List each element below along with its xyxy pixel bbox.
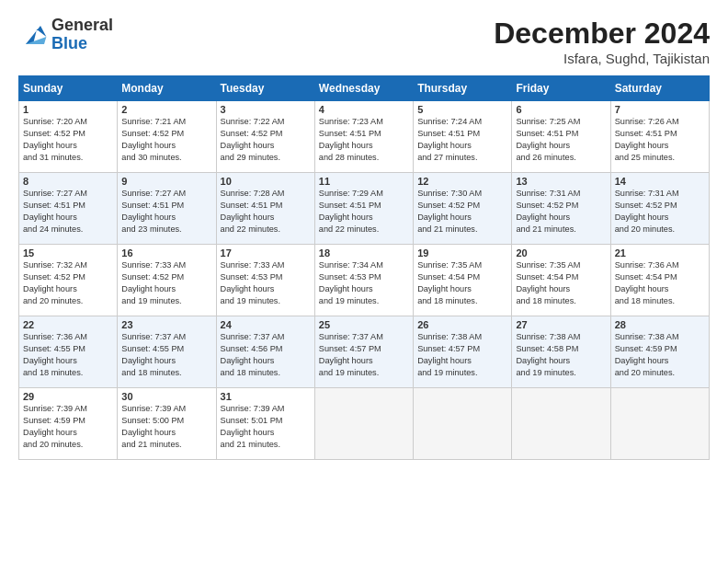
calendar-row: 8Sunrise: 7:27 AMSunset: 4:51 PMDaylight… [19, 173, 710, 245]
calendar-cell: 25Sunrise: 7:37 AMSunset: 4:57 PMDayligh… [314, 316, 413, 388]
day-info: Sunrise: 7:30 AMSunset: 4:52 PMDaylight … [417, 188, 507, 236]
day-info: Sunrise: 7:27 AMSunset: 4:51 PMDaylight … [23, 188, 113, 236]
calendar-cell: 19Sunrise: 7:35 AMSunset: 4:54 PMDayligh… [414, 245, 512, 316]
day-info: Sunrise: 7:34 AMSunset: 4:53 PMDaylight … [319, 259, 409, 307]
day-number: 9 [121, 176, 211, 187]
day-number: 28 [615, 319, 705, 330]
calendar-table: Sunday Monday Tuesday Wednesday Thursday… [18, 75, 710, 460]
day-number: 4 [319, 104, 409, 115]
day-info: Sunrise: 7:31 AMSunset: 4:52 PMDaylight … [516, 188, 606, 236]
calendar-cell: 22Sunrise: 7:36 AMSunset: 4:55 PMDayligh… [19, 316, 118, 388]
calendar-cell: 15Sunrise: 7:32 AMSunset: 4:52 PMDayligh… [19, 245, 118, 316]
day-info: Sunrise: 7:38 AMSunset: 4:59 PMDaylight … [615, 331, 705, 379]
day-info: Sunrise: 7:38 AMSunset: 4:57 PMDaylight … [417, 331, 507, 379]
day-number: 19 [417, 247, 507, 259]
day-number: 14 [615, 176, 705, 187]
day-info: Sunrise: 7:39 AMSunset: 5:01 PMDaylight … [221, 403, 311, 451]
day-number: 29 [23, 391, 113, 402]
calendar-cell: 14Sunrise: 7:31 AMSunset: 4:52 PMDayligh… [610, 173, 709, 245]
calendar-cell: 24Sunrise: 7:37 AMSunset: 4:56 PMDayligh… [216, 316, 314, 388]
calendar-cell: 31Sunrise: 7:39 AMSunset: 5:01 PMDayligh… [216, 388, 314, 460]
calendar-cell: 9Sunrise: 7:27 AMSunset: 4:51 PMDaylight… [118, 173, 216, 245]
day-number: 20 [516, 247, 606, 259]
day-info: Sunrise: 7:21 AMSunset: 4:52 PMDaylight … [121, 116, 211, 164]
day-info: Sunrise: 7:39 AMSunset: 5:00 PMDaylight … [121, 403, 211, 451]
day-info: Sunrise: 7:33 AMSunset: 4:53 PMDaylight … [221, 259, 311, 307]
calendar-cell: 28Sunrise: 7:38 AMSunset: 4:59 PMDayligh… [610, 316, 709, 388]
calendar-cell: 7Sunrise: 7:26 AMSunset: 4:51 PMDaylight… [610, 101, 709, 173]
calendar-cell: 5Sunrise: 7:24 AMSunset: 4:51 PMDaylight… [414, 101, 512, 173]
day-info: Sunrise: 7:39 AMSunset: 4:59 PMDaylight … [23, 403, 113, 451]
calendar-row: 15Sunrise: 7:32 AMSunset: 4:52 PMDayligh… [19, 245, 710, 316]
day-number: 24 [221, 319, 311, 330]
day-info: Sunrise: 7:38 AMSunset: 4:58 PMDaylight … [516, 331, 606, 379]
day-info: Sunrise: 7:36 AMSunset: 4:55 PMDaylight … [23, 331, 113, 379]
calendar-cell: 11Sunrise: 7:29 AMSunset: 4:51 PMDayligh… [314, 173, 413, 245]
col-tuesday: Tuesday [216, 76, 314, 101]
header: General Blue December 2024 Isfara, Sughd… [18, 17, 710, 66]
day-number: 12 [417, 176, 507, 187]
col-thursday: Thursday [414, 76, 512, 101]
col-friday: Friday [512, 76, 610, 101]
calendar-cell: 16Sunrise: 7:33 AMSunset: 4:52 PMDayligh… [118, 245, 216, 316]
page-container: General Blue December 2024 Isfara, Sughd… [0, 0, 728, 469]
day-info: Sunrise: 7:37 AMSunset: 4:56 PMDaylight … [221, 331, 311, 379]
calendar-row: 22Sunrise: 7:36 AMSunset: 4:55 PMDayligh… [19, 316, 710, 388]
col-saturday: Saturday [610, 76, 709, 101]
calendar-cell: 26Sunrise: 7:38 AMSunset: 4:57 PMDayligh… [414, 316, 512, 388]
calendar-cell: 4Sunrise: 7:23 AMSunset: 4:51 PMDaylight… [314, 101, 413, 173]
day-number: 22 [23, 319, 113, 330]
day-info: Sunrise: 7:36 AMSunset: 4:54 PMDaylight … [615, 259, 705, 307]
day-number: 8 [23, 176, 113, 187]
day-number: 16 [121, 247, 211, 259]
calendar-cell: 18Sunrise: 7:34 AMSunset: 4:53 PMDayligh… [314, 245, 413, 316]
calendar-cell: 20Sunrise: 7:35 AMSunset: 4:54 PMDayligh… [512, 245, 610, 316]
day-number: 26 [417, 319, 507, 330]
day-info: Sunrise: 7:24 AMSunset: 4:51 PMDaylight … [417, 116, 507, 164]
calendar-cell: 10Sunrise: 7:28 AMSunset: 4:51 PMDayligh… [216, 173, 314, 245]
day-number: 6 [516, 104, 606, 115]
calendar-cell: 27Sunrise: 7:38 AMSunset: 4:58 PMDayligh… [512, 316, 610, 388]
day-info: Sunrise: 7:35 AMSunset: 4:54 PMDaylight … [516, 259, 606, 307]
day-number: 7 [615, 104, 705, 115]
day-number: 1 [23, 104, 113, 115]
day-number: 17 [221, 247, 311, 259]
logo-icon [18, 22, 48, 48]
header-row: Sunday Monday Tuesday Wednesday Thursday… [19, 76, 710, 101]
calendar-cell: 8Sunrise: 7:27 AMSunset: 4:51 PMDaylight… [19, 173, 118, 245]
day-info: Sunrise: 7:25 AMSunset: 4:51 PMDaylight … [516, 116, 606, 164]
calendar-cell: 29Sunrise: 7:39 AMSunset: 4:59 PMDayligh… [19, 388, 118, 460]
title-block: December 2024 Isfara, Sughd, Tajikistan [494, 17, 710, 66]
day-number: 25 [319, 319, 409, 330]
calendar-cell: 3Sunrise: 7:22 AMSunset: 4:52 PMDaylight… [216, 101, 314, 173]
calendar-cell: 2Sunrise: 7:21 AMSunset: 4:52 PMDaylight… [118, 101, 216, 173]
logo-blue: Blue [51, 35, 113, 53]
calendar-cell [314, 388, 413, 460]
day-info: Sunrise: 7:37 AMSunset: 4:57 PMDaylight … [319, 331, 409, 379]
day-info: Sunrise: 7:23 AMSunset: 4:51 PMDaylight … [319, 116, 409, 164]
day-number: 13 [516, 176, 606, 187]
day-info: Sunrise: 7:22 AMSunset: 4:52 PMDaylight … [221, 116, 311, 164]
day-info: Sunrise: 7:35 AMSunset: 4:54 PMDaylight … [417, 259, 507, 307]
calendar-cell: 12Sunrise: 7:30 AMSunset: 4:52 PMDayligh… [414, 173, 512, 245]
day-number: 21 [615, 247, 705, 259]
calendar-cell: 13Sunrise: 7:31 AMSunset: 4:52 PMDayligh… [512, 173, 610, 245]
logo: General Blue [18, 17, 113, 53]
calendar-cell: 1Sunrise: 7:20 AMSunset: 4:52 PMDaylight… [19, 101, 118, 173]
day-number: 30 [121, 391, 211, 402]
col-wednesday: Wednesday [314, 76, 413, 101]
day-info: Sunrise: 7:20 AMSunset: 4:52 PMDaylight … [23, 116, 113, 164]
day-number: 18 [319, 247, 409, 259]
day-number: 2 [121, 104, 211, 115]
day-info: Sunrise: 7:32 AMSunset: 4:52 PMDaylight … [23, 259, 113, 307]
calendar-cell: 6Sunrise: 7:25 AMSunset: 4:51 PMDaylight… [512, 101, 610, 173]
day-number: 11 [319, 176, 409, 187]
calendar-cell: 17Sunrise: 7:33 AMSunset: 4:53 PMDayligh… [216, 245, 314, 316]
day-info: Sunrise: 7:26 AMSunset: 4:51 PMDaylight … [615, 116, 705, 164]
calendar-cell [414, 388, 512, 460]
col-monday: Monday [118, 76, 216, 101]
day-number: 5 [417, 104, 507, 115]
day-info: Sunrise: 7:33 AMSunset: 4:52 PMDaylight … [121, 259, 211, 307]
day-number: 31 [221, 391, 311, 402]
day-number: 23 [121, 319, 211, 330]
